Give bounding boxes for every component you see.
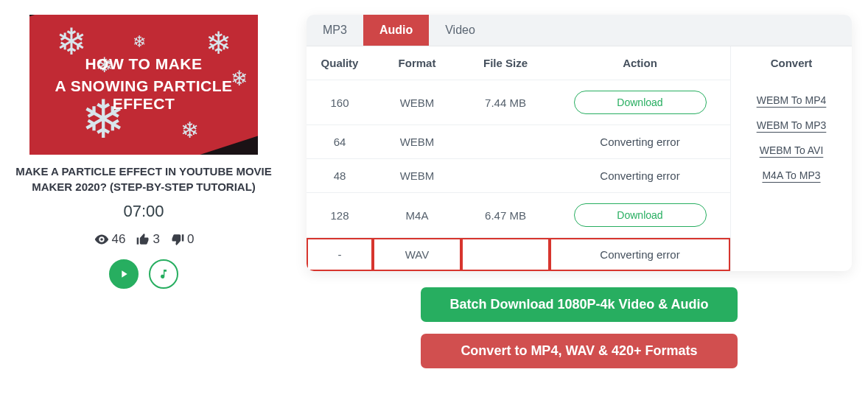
cell-format: M4A: [373, 193, 461, 238]
cell-size: [461, 159, 550, 193]
cell-format: WEBM: [373, 125, 461, 159]
cell-quality: -: [307, 238, 373, 272]
video-stats: 46 3 0: [94, 231, 195, 248]
table-row: 48WEBMConverting error: [307, 159, 730, 193]
table-row: -WAVConverting error: [307, 238, 730, 272]
cell-format: WAV: [373, 238, 461, 272]
cell-size: [461, 238, 550, 272]
cell-size: 7.44 MB: [461, 80, 550, 125]
format-card: MP3 Audio Video Quality Format File Size…: [307, 15, 852, 271]
cell-action: Download: [550, 193, 730, 238]
cell-quality: 48: [307, 159, 373, 193]
table-row: 64WEBMConverting error: [307, 125, 730, 159]
tab-audio[interactable]: Audio: [363, 15, 429, 46]
tab-mp3[interactable]: MP3: [307, 15, 363, 46]
play-button[interactable]: [109, 259, 139, 289]
thumbs-down-icon: [170, 232, 185, 247]
eye-icon: [94, 231, 110, 248]
convert-formats-button[interactable]: Convert to MP4, WAV & 420+ Formats: [421, 334, 738, 368]
cell-action: Converting error: [550, 159, 730, 193]
cell-quality: 128: [307, 193, 373, 238]
batch-download-button[interactable]: Batch Download 1080P-4k Video & Audio: [421, 287, 738, 322]
video-title: MAKE A PARTICLE EFFECT IN YOUTUBE MOVIE …: [7, 164, 280, 194]
video-thumbnail: ❄ ❄ ❄ ❄ ❄ ❄ ❄ HOW TO MAKE A SNOWING PART…: [29, 15, 258, 155]
header-format: Format: [373, 46, 461, 80]
thumbs-up-icon: [136, 232, 150, 247]
cell-quality: 64: [307, 125, 373, 159]
views-count: 46: [112, 232, 126, 247]
table-row: 160WEBM7.44 MBDownload: [307, 80, 730, 125]
video-duration: 07:00: [123, 202, 164, 221]
cell-action: Converting error: [550, 125, 730, 159]
likes-count: 3: [153, 232, 159, 247]
convert-link[interactable]: M4A To MP3: [735, 169, 847, 181]
cell-quality: 160: [307, 80, 373, 125]
convert-link[interactable]: WEBM To AVI: [735, 144, 847, 156]
header-size: File Size: [461, 46, 550, 80]
tab-video[interactable]: Video: [429, 15, 491, 46]
thumbnail-text-line2: A SNOWING PARTICLE EFFECT: [29, 77, 258, 113]
header-quality: Quality: [307, 46, 373, 80]
convert-link[interactable]: WEBM To MP4: [735, 94, 847, 106]
cell-size: [461, 125, 550, 159]
music-button[interactable]: [149, 259, 178, 289]
formats-table: Quality Format File Size Action 160WEBM7…: [307, 46, 730, 271]
download-button[interactable]: Download: [574, 91, 707, 114]
dislikes-count: 0: [187, 232, 194, 247]
table-row: 128M4A6.47 MBDownload: [307, 193, 730, 238]
download-button[interactable]: Download: [574, 203, 707, 227]
cell-action: Download: [550, 80, 730, 125]
cell-format: WEBM: [373, 80, 461, 125]
convert-link[interactable]: WEBM To MP3: [735, 119, 847, 131]
cell-format: WEBM: [373, 159, 461, 193]
header-action: Action: [550, 46, 730, 80]
thumbnail-text-line1: HOW TO MAKE: [29, 55, 258, 73]
cell-size: 6.47 MB: [461, 193, 550, 238]
cell-action: Converting error: [550, 238, 730, 272]
header-convert: Convert: [735, 57, 847, 81]
